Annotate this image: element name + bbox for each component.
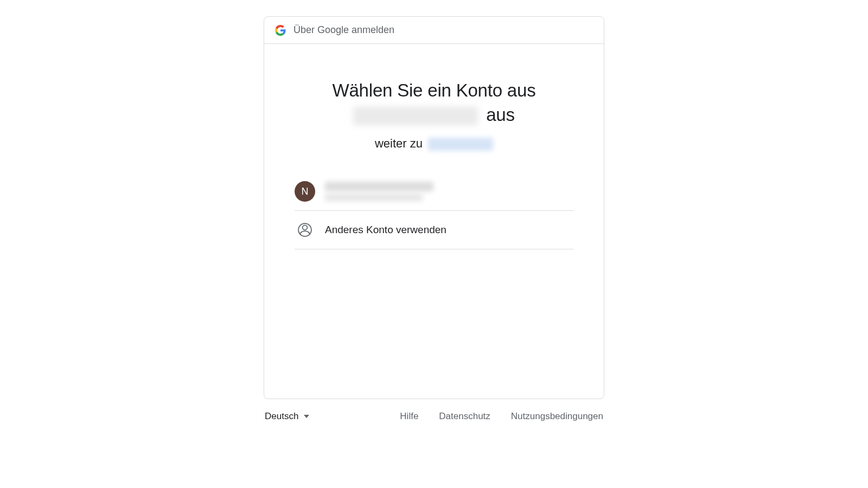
header-title: Über Google anmelden (293, 24, 394, 36)
chevron-down-icon (304, 415, 309, 418)
footer: Deutsch Hilfe Datenschutz Nutzungsbeding… (264, 399, 604, 422)
privacy-link[interactable]: Datenschutz (439, 411, 490, 422)
language-selector[interactable]: Deutsch (265, 411, 309, 422)
redacted-account-name (325, 182, 433, 191)
title-line-2: aus (295, 103, 573, 127)
use-another-account[interactable]: Anderes Konto verwenden (295, 211, 573, 249)
title-section: Wählen Sie ein Konto aus aus weiter zu (295, 79, 573, 151)
title-line-2-suffix: aus (486, 105, 515, 125)
account-list: N Anderes Konto verwenden (295, 172, 573, 249)
account-item[interactable]: N (295, 172, 573, 211)
signin-card: Über Google anmelden Wählen Sie ein Kont… (264, 16, 604, 399)
language-label: Deutsch (265, 411, 298, 422)
redacted-domain (353, 107, 478, 125)
use-another-account-label: Anderes Konto verwenden (325, 224, 446, 236)
card-header: Über Google anmelden (264, 17, 604, 44)
google-logo-icon (275, 25, 286, 36)
card-body: Wählen Sie ein Konto aus aus weiter zu N (264, 44, 604, 399)
account-info (325, 182, 433, 201)
footer-links: Hilfe Datenschutz Nutzungsbedingungen (400, 411, 603, 422)
help-link[interactable]: Hilfe (400, 411, 418, 422)
subtitle-prefix: weiter zu (375, 137, 423, 150)
terms-link[interactable]: Nutzungsbedingungen (511, 411, 603, 422)
svg-point-0 (303, 226, 308, 230)
redacted-account-email (325, 194, 423, 201)
avatar: N (295, 181, 315, 202)
subtitle: weiter zu (295, 137, 573, 151)
person-icon (295, 220, 315, 240)
avatar-initial: N (302, 186, 309, 197)
redacted-app-name (428, 138, 493, 151)
title-line-1: Wählen Sie ein Konto aus (295, 79, 573, 103)
